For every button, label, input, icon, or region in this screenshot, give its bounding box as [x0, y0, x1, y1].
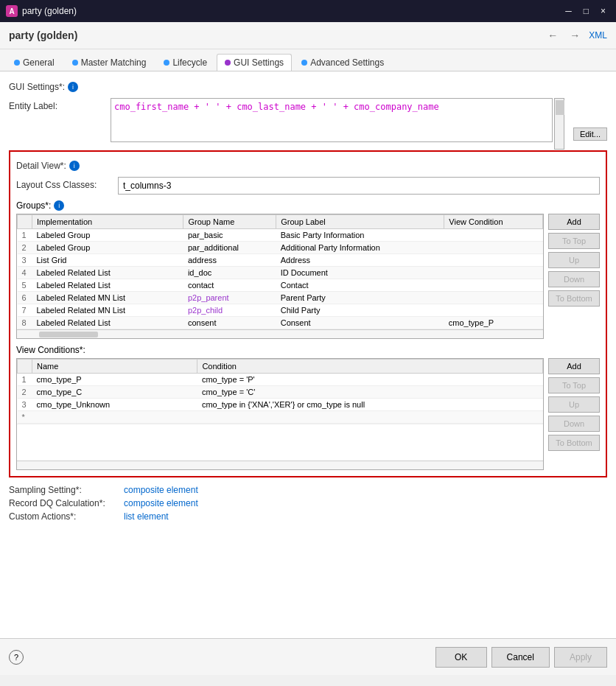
col-view-condition: View Condition	[444, 215, 543, 229]
table-row-empty[interactable]: *	[18, 411, 543, 424]
gui-settings-info-icon[interactable]: i	[68, 82, 78, 92]
row-impl: List Grid	[32, 254, 183, 267]
row-impl: Labeled Group	[32, 242, 183, 254]
table-row[interactable]: 4 Labeled Related List id_doc ID Documen…	[18, 267, 543, 279]
row-name: contact	[183, 279, 276, 292]
row-impl: Labeled Related List	[32, 317, 183, 329]
record-dq-row: Record DQ Calculation*: composite elemen…	[9, 498, 607, 508]
detail-view-row: Detail View*: i	[16, 158, 600, 171]
col-num	[18, 215, 32, 229]
tab-general[interactable]: General	[6, 54, 63, 71]
row-label: ID Document	[276, 267, 444, 279]
sampling-row: Sampling Setting*: composite element	[9, 485, 607, 495]
groups-table-header: Implementation Group Name Group Label Vi…	[18, 215, 543, 229]
row-name: par_basic	[183, 229, 276, 242]
custom-actions-label: Custom Actions*:	[9, 511, 119, 522]
entity-label-textarea[interactable]: cmo_first_name + ' ' + cmo_last_name + '…	[111, 98, 553, 142]
conditions-table: Name Condition 1 cmo_type_P cmo_type = '…	[17, 359, 543, 424]
row-impl: Labeled Related MN List	[32, 304, 183, 317]
row-impl: Labeled Related List	[32, 267, 183, 279]
row-cond	[444, 279, 543, 292]
apply-button[interactable]: Apply	[554, 647, 607, 668]
tab-advanced-settings[interactable]: Advanced Settings	[293, 54, 392, 71]
conditions-up-button[interactable]: Up	[548, 396, 600, 413]
conditions-table-wrap: Name Condition 1 cmo_type_P cmo_type = '…	[16, 358, 544, 470]
help-button[interactable]: ?	[9, 650, 24, 665]
master-matching-tab-dot	[72, 60, 78, 66]
tab-lifecycle[interactable]: Lifecycle	[155, 54, 215, 71]
conditions-add-button[interactable]: Add	[548, 358, 600, 374]
table-row[interactable]: 2 cmo_type_C cmo_type = 'C'	[18, 386, 543, 399]
sampling-label: Sampling Setting*:	[9, 485, 119, 495]
col-group-label: Group Label	[276, 215, 444, 229]
row-name: id_doc	[183, 267, 276, 279]
row-impl: Labeled Related List	[32, 279, 183, 292]
row-num: *	[18, 411, 32, 424]
row-name: p2p_parent	[183, 292, 276, 304]
row-cond-value: cmo_type in {'XNA','XER'} or cmo_type is…	[197, 399, 543, 411]
row-impl: Labeled Related MN List	[32, 292, 183, 304]
tab-advanced-settings-label: Advanced Settings	[310, 57, 384, 68]
groups-add-button[interactable]: Add	[548, 214, 600, 230]
conditions-down-button[interactable]: Down	[548, 416, 600, 432]
title-bar-controls: ─ □ ×	[561, 4, 610, 18]
col-num	[18, 360, 32, 374]
forward-button[interactable]: →	[567, 28, 583, 43]
col-condition: Condition	[197, 360, 543, 374]
record-dq-link[interactable]: composite element	[124, 498, 198, 508]
cancel-button[interactable]: Cancel	[491, 647, 550, 668]
table-row[interactable]: 5 Labeled Related List contact Contact	[18, 279, 543, 292]
row-num: 8	[18, 317, 32, 329]
table-row[interactable]: 6 Labeled Related MN List p2p_parent Par…	[18, 292, 543, 304]
groups-up-button[interactable]: Up	[548, 252, 600, 268]
row-label: Address	[276, 254, 444, 267]
table-row[interactable]: 3 cmo_type_Unknown cmo_type in {'XNA','X…	[18, 399, 543, 411]
table-row[interactable]: 3 List Grid address Address	[18, 254, 543, 267]
xml-button[interactable]: XML	[589, 30, 607, 41]
ok-button[interactable]: OK	[435, 647, 487, 668]
edit-button[interactable]: Edit...	[573, 127, 607, 141]
tab-master-matching[interactable]: Master Matching	[64, 54, 155, 71]
tab-gui-settings[interactable]: GUI Settings	[217, 54, 292, 71]
detail-view-section: Detail View*: i Layout Css Classes: Grou…	[9, 150, 607, 477]
groups-down-button[interactable]: Down	[548, 271, 600, 287]
footer-buttons: OK Cancel Apply	[435, 647, 607, 668]
conditions-to-bottom-button[interactable]: To Bottom	[548, 435, 600, 451]
tabs: General Master Matching Lifecycle GUI Se…	[0, 49, 616, 71]
row-cond	[444, 267, 543, 279]
custom-actions-row: Custom Actions*: list element	[9, 511, 607, 522]
layout-css-label: Layout Css Classes:	[16, 177, 112, 190]
row-num: 3	[18, 399, 32, 411]
row-label: Basic Party Information	[276, 229, 444, 242]
table-row[interactable]: 1 cmo_type_P cmo_type = 'P'	[18, 374, 543, 386]
detail-view-info-icon[interactable]: i	[69, 161, 80, 171]
table-row[interactable]: 8 Labeled Related List consent Consent c…	[18, 317, 543, 329]
tab-lifecycle-label: Lifecycle	[172, 57, 207, 68]
groups-info-icon[interactable]: i	[54, 200, 64, 211]
groups-table-wrap: Implementation Group Name Group Label Vi…	[16, 214, 544, 339]
record-dq-label: Record DQ Calculation*:	[9, 498, 119, 508]
groups-table: Implementation Group Name Group Label Vi…	[17, 214, 543, 329]
layout-css-input[interactable]	[118, 177, 600, 195]
row-num: 7	[18, 304, 32, 317]
back-button[interactable]: ←	[545, 28, 561, 43]
row-cond-name: cmo_type_Unknown	[32, 399, 197, 411]
conditions-to-top-button[interactable]: To Top	[548, 377, 600, 393]
groups-side-buttons: Add To Top Up Down To Bottom	[548, 214, 600, 339]
row-num: 1	[18, 229, 32, 242]
close-button[interactable]: ×	[596, 4, 610, 18]
row-num: 1	[18, 374, 32, 386]
minimize-button[interactable]: ─	[561, 4, 576, 18]
row-name: par_additional	[183, 242, 276, 254]
table-row[interactable]: 2 Labeled Group par_additional Additiona…	[18, 242, 543, 254]
table-row[interactable]: 1 Labeled Group par_basic Basic Party In…	[18, 229, 543, 242]
entity-label-row: Entity Label: cmo_first_name + ' ' + cmo…	[9, 98, 607, 144]
groups-label: Groups*: i	[16, 200, 600, 211]
custom-actions-link[interactable]: list element	[124, 511, 169, 522]
maximize-button[interactable]: □	[579, 4, 593, 18]
groups-to-top-button[interactable]: To Top	[548, 233, 600, 249]
table-row[interactable]: 7 Labeled Related MN List p2p_child Chil…	[18, 304, 543, 317]
sampling-link[interactable]: composite element	[124, 485, 198, 495]
row-name: p2p_child	[183, 304, 276, 317]
groups-to-bottom-button[interactable]: To Bottom	[548, 290, 600, 307]
